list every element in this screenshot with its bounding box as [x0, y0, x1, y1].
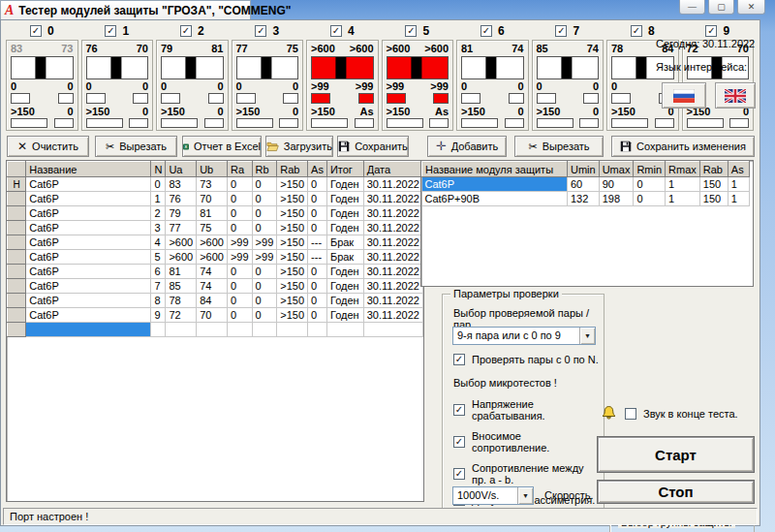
results-cell[interactable] — [166, 323, 197, 337]
results-cell[interactable]: 2 — [151, 206, 166, 221]
results-cell[interactable] — [252, 323, 277, 337]
results-cell[interactable]: Годен — [326, 206, 363, 221]
results-cell[interactable]: >150 — [277, 206, 308, 221]
results-cell[interactable]: 85 — [166, 279, 197, 294]
modules-cell[interactable]: 1 — [728, 192, 749, 206]
microtest-row[interactable]: ✓Вносимое сопротивление. — [453, 430, 599, 454]
results-cell[interactable]: 30.11.2022 — [363, 265, 422, 279]
results-cell[interactable]: >150 — [277, 250, 308, 265]
results-cell[interactable]: 70 — [197, 192, 228, 206]
channel-checkbox[interactable]: ✓ — [105, 25, 116, 37]
results-cell[interactable]: 0 — [252, 308, 277, 323]
results-cell[interactable]: 0 — [308, 308, 327, 323]
results-cell[interactable]: Годен — [326, 308, 363, 323]
background-close-button[interactable]: ✕ — [737, 0, 765, 15]
results-cell[interactable]: Cat6P — [26, 294, 151, 308]
results-cell[interactable]: >600 — [197, 250, 228, 265]
results-cell[interactable]: 9 — [151, 308, 166, 323]
results-cell[interactable]: 0 — [308, 265, 327, 279]
sound-checkbox-row[interactable]: Звук в конце теста. — [625, 408, 738, 420]
results-cell[interactable]: 72 — [166, 308, 197, 323]
results-cell[interactable]: 30.11.2022 — [363, 177, 422, 192]
results-cell[interactable]: Cat6P — [26, 279, 151, 294]
results-cell[interactable] — [26, 323, 151, 337]
results-cell[interactable]: Cat6P — [26, 221, 151, 235]
results-cell[interactable]: >150 — [277, 177, 308, 192]
results-cell[interactable] — [151, 323, 166, 337]
results-cell[interactable]: Cat6P — [26, 177, 151, 192]
results-cell[interactable]: Брак — [326, 250, 363, 265]
results-cell[interactable]: 30.11.2022 — [363, 279, 422, 294]
results-cell[interactable]: 0 — [252, 206, 277, 221]
save-button[interactable]: Сохранить — [337, 136, 409, 157]
results-cell[interactable]: 0 — [252, 177, 277, 192]
results-cell[interactable]: 3 — [151, 221, 166, 235]
results-cell[interactable]: 0 — [252, 265, 277, 279]
modules-cell[interactable]: 1 — [666, 192, 700, 206]
results-cell[interactable]: 1 — [151, 192, 166, 206]
results-cell[interactable]: Годен — [326, 279, 363, 294]
check-pairs-checkbox[interactable]: ✓ — [453, 354, 465, 365]
modules-cell[interactable]: Cat6P — [422, 177, 568, 192]
channel-checkbox[interactable]: ✓ — [631, 25, 642, 37]
results-cell[interactable]: 70 — [197, 308, 228, 323]
microtest-row[interactable]: ✓Сопротивление между пр. a - b. — [453, 462, 599, 485]
channel-checkbox[interactable]: ✓ — [255, 25, 266, 37]
results-cell[interactable]: >150 — [277, 192, 308, 206]
results-cell[interactable]: 5 — [151, 250, 166, 265]
modules-cell[interactable]: 0 — [634, 177, 666, 192]
results-cell[interactable]: 0 — [308, 177, 327, 192]
modules-cell[interactable]: 150 — [699, 177, 728, 192]
results-cell[interactable]: Cat6P — [26, 192, 151, 206]
channel-checkbox[interactable]: ✓ — [555, 25, 567, 37]
stop-button[interactable]: Стоп — [597, 480, 755, 504]
results-cell[interactable] — [308, 323, 327, 337]
results-cell[interactable]: 0 — [227, 221, 252, 235]
results-cell[interactable]: Cat6P — [26, 250, 151, 265]
channel-checkbox[interactable]: ✓ — [705, 25, 717, 37]
modules-cell[interactable]: 1 — [666, 177, 700, 192]
excel-report-button[interactable]: X Отчет в Excel — [182, 136, 262, 157]
results-cell[interactable]: 0 — [308, 192, 327, 206]
results-cell[interactable]: 0 — [308, 279, 327, 294]
results-cell[interactable]: 74 — [197, 279, 228, 294]
results-cell[interactable]: Годен — [326, 192, 363, 206]
results-cell[interactable]: --- — [308, 235, 327, 250]
results-cell[interactable]: 84 — [197, 294, 228, 308]
background-maximize-button[interactable]: ▢ — [708, 0, 734, 15]
modules-cell[interactable]: 0 — [634, 192, 666, 206]
language-english-button[interactable] — [715, 82, 756, 109]
sound-checkbox[interactable] — [625, 408, 636, 420]
results-cell[interactable]: >150 — [277, 279, 308, 294]
results-cell[interactable]: >150 — [277, 294, 308, 308]
results-cell[interactable]: >99 — [227, 250, 252, 265]
cut-button[interactable]: ✂ Вырезать — [95, 136, 177, 157]
microtest-checkbox[interactable]: ✓ — [453, 468, 465, 480]
modules-cell[interactable]: 132 — [568, 192, 600, 206]
results-cell[interactable]: >600 — [197, 235, 228, 250]
results-cell[interactable] — [197, 323, 228, 337]
modules-cell[interactable]: 198 — [599, 192, 634, 206]
channel-checkbox[interactable]: ✓ — [480, 25, 492, 37]
results-cell[interactable]: 0 — [252, 221, 277, 235]
results-cell[interactable]: 0 — [308, 206, 327, 221]
results-cell[interactable]: >150 — [277, 265, 308, 279]
results-cell[interactable]: 30.11.2022 — [363, 221, 422, 235]
results-cell[interactable]: 30.11.2022 — [363, 192, 422, 206]
results-cell[interactable]: Годен — [326, 221, 363, 235]
results-cell[interactable]: 0 — [227, 192, 252, 206]
results-cell[interactable]: 0 — [252, 294, 277, 308]
results-cell[interactable]: 81 — [166, 265, 197, 279]
results-cell[interactable]: 74 — [197, 265, 228, 279]
results-cell[interactable]: 0 — [151, 177, 166, 192]
results-cell[interactable]: >150 — [277, 235, 308, 250]
modules-cell[interactable]: 1 — [728, 177, 749, 192]
microtest-row[interactable]: ✓Напряжение срабатывания. — [453, 398, 599, 422]
load-button[interactable]: Загрузить — [265, 136, 333, 157]
results-cell[interactable]: 30.11.2022 — [363, 206, 422, 221]
results-cell[interactable]: 73 — [197, 177, 228, 192]
results-cell[interactable]: 0 — [227, 279, 252, 294]
results-cell[interactable]: 0 — [252, 192, 277, 206]
results-cell[interactable]: 30.11.2022 — [363, 250, 422, 265]
results-cell[interactable]: >99 — [227, 235, 252, 250]
